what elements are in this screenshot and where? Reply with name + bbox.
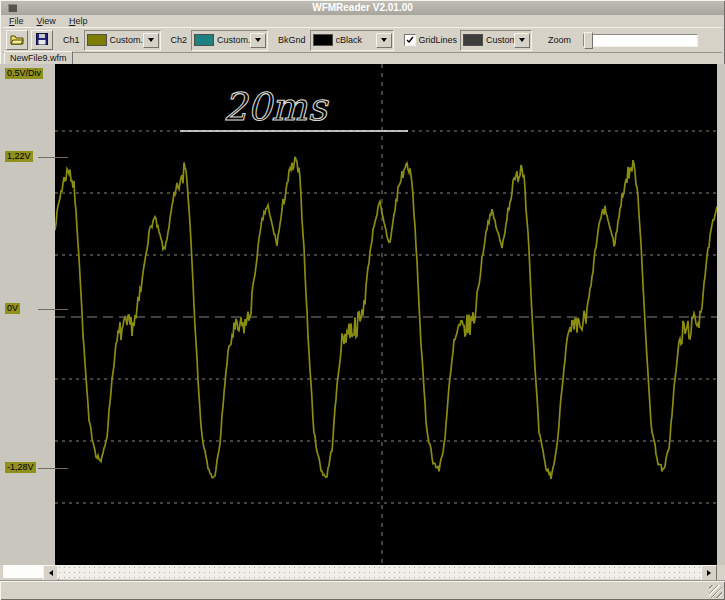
axis-tick — [38, 468, 68, 469]
ch2-label: Ch2 — [171, 35, 188, 45]
ch1-color-value: Custom... — [110, 35, 143, 45]
zoom-slider-thumb[interactable] — [584, 32, 593, 49]
axis-label: 0V — [5, 303, 20, 314]
ch2-color-combobox[interactable]: Custom... — [191, 30, 268, 51]
gridlines-color-combobox[interactable]: Custom.. — [460, 30, 532, 51]
axis-tick — [38, 309, 68, 310]
triangle-left-icon — [49, 570, 53, 576]
scroll-right-button[interactable] — [701, 565, 717, 581]
axis-label: -1,28V — [5, 462, 36, 473]
chevron-down-icon[interactable] — [514, 33, 530, 48]
open-folder-icon — [10, 34, 24, 47]
axis-label: 0,5V/Div — [5, 68, 43, 79]
ch1-color-swatch — [87, 34, 107, 46]
tab-newfile9[interactable]: NewFile9.wfm — [4, 51, 73, 65]
scrollbar-track[interactable] — [57, 565, 701, 579]
menubar: File View Help — [3, 15, 725, 27]
toolbar: Ch1 Custom... Ch2 Custom... BkGnd cBlack… — [3, 27, 722, 53]
ch2-color-swatch — [194, 34, 214, 46]
resize-grip[interactable] — [709, 585, 722, 598]
chevron-down-icon[interactable] — [376, 33, 392, 48]
ch2-color-value: Custom... — [217, 35, 250, 45]
tabbar: NewFile9.wfm — [3, 51, 722, 64]
horizontal-scrollbar[interactable] — [0, 565, 725, 580]
bkgnd-color-value: cBlack — [336, 35, 376, 45]
waveform-trace — [55, 157, 717, 479]
menu-view[interactable]: View — [37, 16, 56, 26]
gridlines-color-swatch — [463, 34, 483, 46]
floppy-save-icon — [36, 33, 48, 47]
time-annotation: 20ms — [223, 85, 329, 129]
triangle-right-icon — [707, 570, 711, 576]
gridlines-label: GridLines — [419, 35, 458, 45]
zoom-slider[interactable] — [583, 34, 698, 47]
ch1-label: Ch1 — [63, 35, 80, 45]
oscilloscope-plot: 20ms — [55, 64, 717, 565]
gridlines-color-value: Custom.. — [486, 35, 514, 45]
zoom-label: Zoom — [548, 35, 571, 45]
ch1-color-combobox[interactable]: Custom... — [84, 30, 161, 51]
bkgnd-label: BkGnd — [278, 35, 306, 45]
open-file-button[interactable] — [6, 30, 28, 50]
titlebar[interactable]: WFMReader V2.01.00 — [1, 1, 724, 15]
bkgnd-color-swatch — [313, 34, 333, 46]
chevron-down-icon[interactable] — [250, 33, 266, 48]
app-window: WFMReader V2.01.00 File View Help — [0, 0, 725, 600]
axis-tick — [38, 157, 68, 158]
bkgnd-color-combobox[interactable]: cBlack — [310, 30, 394, 51]
statusbar — [0, 580, 725, 600]
axis-label: 1,22V — [5, 151, 33, 162]
save-file-button[interactable] — [31, 30, 53, 50]
checkmark-icon — [406, 36, 414, 44]
menu-help[interactable]: Help — [69, 16, 88, 26]
chevron-down-icon[interactable] — [143, 33, 159, 48]
scrollbar-corner-panel — [3, 565, 43, 578]
gridlines-checkbox[interactable] — [404, 34, 416, 46]
app-icon — [8, 4, 17, 12]
window-title: WFMReader V2.01.00 — [312, 2, 413, 13]
menu-file[interactable]: File — [9, 16, 24, 26]
waveform-view: 20ms 0,5V/Div1,22V0V-1,28V — [0, 64, 725, 565]
